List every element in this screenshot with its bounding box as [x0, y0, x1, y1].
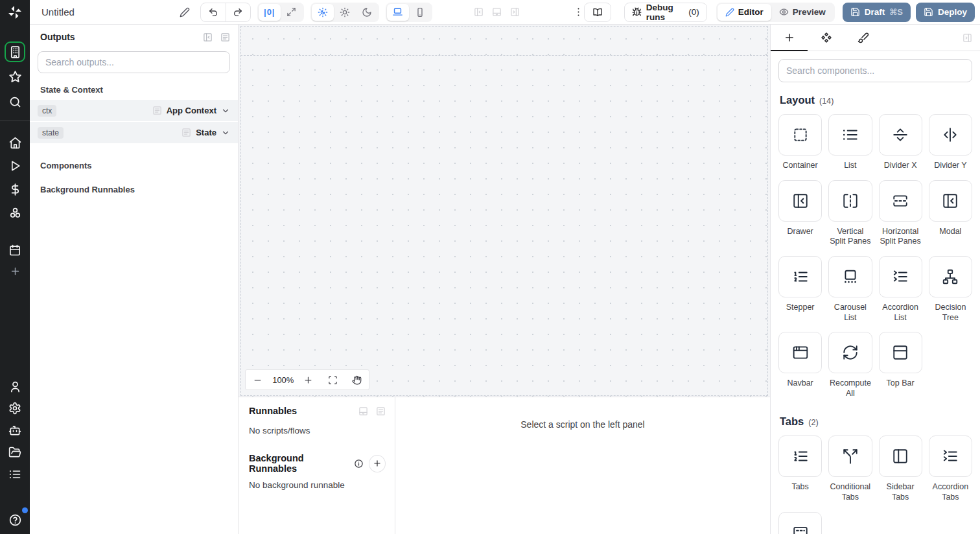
- rail-item-variables[interactable]: [5, 179, 25, 200]
- ctx-row[interactable]: ctx App Context: [30, 100, 238, 121]
- component-card-divider-y[interactable]: Divider Y: [929, 114, 972, 171]
- component-card-accordion-tabs[interactable]: Accordion Tabs: [929, 435, 972, 502]
- zoom-out-button[interactable]: [246, 370, 270, 389]
- rail-item-schedules[interactable]: [5, 240, 25, 261]
- component-card-decision-tree[interactable]: Decision Tree: [929, 256, 972, 323]
- runnables-title: Runnables: [249, 406, 297, 416]
- rail-item-workers[interactable]: [5, 420, 25, 441]
- state-row[interactable]: state State: [30, 122, 238, 143]
- invisible-tabs-icon: [792, 524, 809, 534]
- outputs-search-input[interactable]: [38, 51, 230, 73]
- component-card-sidebar-tabs[interactable]: Sidebar Tabs: [879, 435, 922, 502]
- component-card-drawer[interactable]: Drawer: [778, 180, 822, 247]
- component-card-top-bar[interactable]: Top Bar: [879, 332, 922, 399]
- preview-tab[interactable]: Preview: [771, 4, 834, 21]
- rail-item-resources[interactable]: [5, 202, 25, 223]
- more-menu-button[interactable]: [573, 6, 584, 17]
- zoom-in-button[interactable]: [296, 370, 320, 389]
- component-card-divider-x[interactable]: Divider X: [879, 114, 922, 171]
- draft-button[interactable]: Draft ⌘S: [843, 3, 911, 22]
- component-card-invisible-tabs[interactable]: [778, 512, 822, 534]
- draft-shortcut: ⌘S: [889, 7, 903, 17]
- rail-item-search[interactable]: [5, 91, 25, 112]
- state-badge: state: [38, 127, 64, 139]
- rail-item-apps[interactable]: [5, 41, 25, 62]
- draft-label: Draft: [865, 7, 885, 17]
- canvas-dashed-outline: [240, 26, 768, 396]
- rail-item-settings[interactable]: [5, 398, 25, 419]
- edit-title-pencil-icon[interactable]: [180, 7, 190, 17]
- rows-list-icon: [8, 468, 21, 481]
- component-card-tabs[interactable]: Tabs: [778, 435, 822, 502]
- rail-divider: [0, 121, 30, 121]
- toggle-left-panel-icon[interactable]: [474, 7, 484, 17]
- docs-button[interactable]: [584, 3, 611, 22]
- component-card-recompute-all[interactable]: Recompute All: [828, 332, 872, 399]
- collapse-panel-icon[interactable]: [203, 32, 213, 42]
- component-card-stepper[interactable]: Stepper: [778, 256, 822, 323]
- rail-item-home[interactable]: [5, 132, 25, 153]
- rail-item-runs[interactable]: [5, 156, 25, 176]
- toggle-bottom-panel-icon[interactable]: [492, 7, 502, 17]
- chevron-down-icon[interactable]: [221, 128, 230, 137]
- component-card-vertical-split[interactable]: Vertical Split Panes: [828, 180, 872, 247]
- chevron-down-icon[interactable]: [221, 106, 230, 115]
- deploy-label: Deploy: [938, 7, 967, 17]
- runnables-column: Runnables No scripts/flows Background Ru…: [239, 397, 395, 534]
- components-search-input[interactable]: [778, 59, 972, 82]
- folder-open-icon: [8, 446, 21, 459]
- centered-layout-button[interactable]: |0|: [259, 4, 281, 21]
- add-background-runnable-button[interactable]: [369, 455, 386, 472]
- container-icon: [792, 126, 809, 143]
- tab-styling[interactable]: [845, 25, 881, 51]
- book-open-icon: [592, 7, 603, 17]
- mobile-view-button[interactable]: [409, 4, 431, 21]
- collapse-bottom-panel-icon[interactable]: [358, 406, 368, 416]
- centered-layout-glyph: |0|: [264, 7, 275, 17]
- dollar-icon: [8, 183, 22, 196]
- deploy-button[interactable]: Deploy: [916, 3, 975, 22]
- app-canvas[interactable]: 100%: [239, 25, 770, 397]
- tab-component-settings[interactable]: [808, 25, 845, 51]
- toggle-right-panel-icon[interactable]: [510, 7, 520, 17]
- component-card-horizontal-split[interactable]: Horizontal Split Panes: [879, 180, 922, 247]
- bot-icon: [8, 424, 21, 437]
- background-runnables-title: Background Runnables: [249, 453, 349, 474]
- decision-tree-icon: [942, 268, 959, 285]
- desktop-view-button[interactable]: [387, 4, 409, 21]
- rail-item-logs[interactable]: [5, 464, 25, 485]
- redo-button[interactable]: [226, 3, 250, 21]
- theme-auto-button[interactable]: [312, 4, 334, 21]
- theme-dark-button[interactable]: [356, 4, 378, 21]
- theme-light-button[interactable]: [334, 4, 356, 21]
- rail-item-account[interactable]: [5, 376, 25, 397]
- ctx-badge: ctx: [38, 105, 56, 117]
- tab-insert-component[interactable]: [771, 25, 808, 51]
- fit-view-button[interactable]: [321, 370, 345, 389]
- layout-section-title: Layout: [780, 94, 815, 106]
- rail-item-folders[interactable]: [5, 442, 25, 463]
- rail-item-favorites[interactable]: [5, 66, 25, 87]
- undo-button[interactable]: [201, 3, 226, 21]
- component-card-container[interactable]: Container: [778, 114, 822, 171]
- collapse-right-panel-icon[interactable]: [962, 33, 972, 43]
- editor-tab[interactable]: Editor: [718, 4, 771, 21]
- undo-icon: [208, 7, 218, 17]
- rail-item-help[interactable]: [5, 509, 25, 530]
- expand-all-icon[interactable]: [220, 32, 230, 42]
- debug-runs-button[interactable]: Debug runs (0): [624, 3, 707, 22]
- component-card-conditional-tabs[interactable]: Conditional Tabs: [828, 435, 872, 502]
- fullwidth-button[interactable]: [281, 4, 303, 21]
- top-bar-icon: [892, 344, 909, 361]
- doc-icon[interactable]: [376, 406, 386, 416]
- component-card-accordion-list[interactable]: Accordion List: [879, 256, 922, 323]
- background-runnables-heading: Background Runnables: [30, 176, 238, 200]
- pan-button[interactable]: [345, 370, 369, 389]
- windmill-logo[interactable]: [0, 0, 30, 25]
- component-card-modal[interactable]: Modal: [929, 180, 972, 247]
- state-type-label: State: [196, 128, 216, 137]
- component-card-navbar[interactable]: Navbar: [778, 332, 822, 399]
- rail-item-add[interactable]: [5, 261, 25, 281]
- component-card-carousel-list[interactable]: Carousel List: [828, 256, 872, 323]
- component-card-list[interactable]: List: [828, 114, 872, 171]
